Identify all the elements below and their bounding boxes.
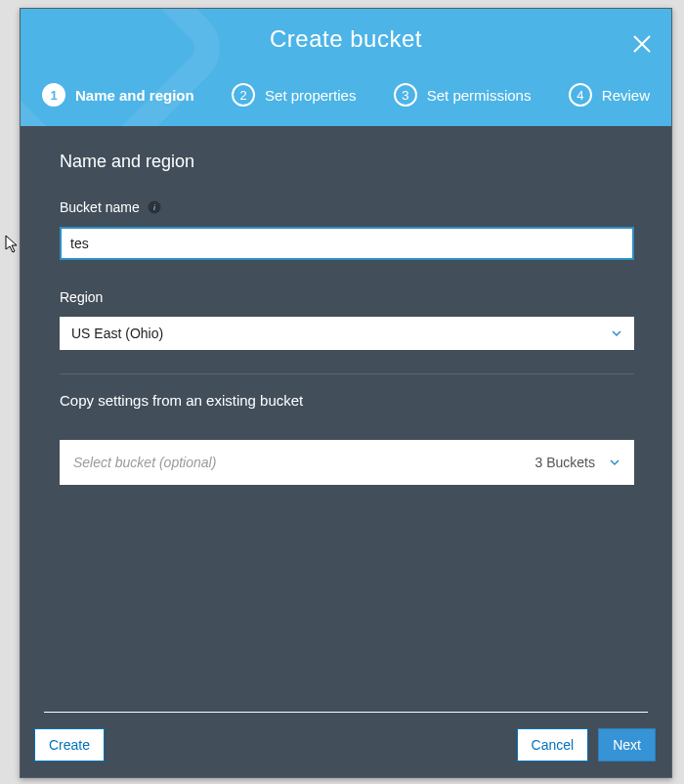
- dialog-title: Create bucket: [270, 25, 422, 53]
- region-value: US East (Ohio): [71, 326, 163, 341]
- step-number: 1: [42, 83, 65, 107]
- region-label: Region: [60, 289, 634, 305]
- bucket-name-label: Bucket name: [60, 199, 140, 215]
- bucket-count-group: 3 Buckets: [535, 455, 620, 470]
- step-number: 2: [232, 83, 255, 107]
- step-number: 3: [394, 83, 417, 107]
- wizard-stepper: 1 Name and region 2 Set properties 3 Set…: [21, 69, 671, 126]
- dialog-footer: Create Cancel Next: [21, 713, 671, 777]
- bucket-name-label-row: Bucket name i: [60, 199, 634, 215]
- close-icon: [631, 33, 653, 55]
- step-label: Set properties: [265, 87, 356, 104]
- step-review[interactable]: 4 Review: [569, 83, 650, 107]
- step-set-permissions[interactable]: 3 Set permissions: [394, 83, 532, 107]
- chevron-down-icon: [611, 327, 622, 339]
- bucket-count: 3 Buckets: [535, 455, 595, 470]
- info-icon[interactable]: i: [148, 200, 161, 214]
- close-button[interactable]: [630, 32, 654, 56]
- region-select[interactable]: US East (Ohio): [60, 317, 634, 350]
- dialog-header: Create bucket 1 Name and region 2 Set pr…: [21, 9, 671, 126]
- step-name-region[interactable]: 1 Name and region: [42, 83, 194, 107]
- divider: [60, 373, 634, 374]
- footer-right: Cancel Next: [517, 728, 656, 762]
- copy-placeholder: Select bucket (optional): [73, 455, 216, 470]
- create-button[interactable]: Create: [34, 728, 105, 762]
- mouse-cursor: [5, 235, 21, 254]
- step-label: Name and region: [75, 87, 194, 104]
- cancel-button[interactable]: Cancel: [517, 728, 589, 762]
- copy-from-bucket-select[interactable]: Select bucket (optional) 3 Buckets: [60, 440, 634, 485]
- create-bucket-dialog: Create bucket 1 Name and region 2 Set pr…: [20, 8, 672, 778]
- copy-settings-label: Copy settings from an existing bucket: [60, 392, 634, 409]
- step-label: Review: [602, 87, 650, 104]
- chevron-down-icon: [609, 457, 620, 468]
- next-button[interactable]: Next: [598, 728, 656, 762]
- step-set-properties[interactable]: 2 Set properties: [232, 83, 356, 107]
- step-label: Set permissions: [427, 87, 532, 104]
- bucket-name-input[interactable]: [60, 227, 634, 260]
- dialog-content: Name and region Bucket name i Region US …: [21, 126, 671, 712]
- step-number: 4: [569, 83, 592, 107]
- title-row: Create bucket: [21, 9, 671, 69]
- section-title: Name and region: [60, 152, 634, 172]
